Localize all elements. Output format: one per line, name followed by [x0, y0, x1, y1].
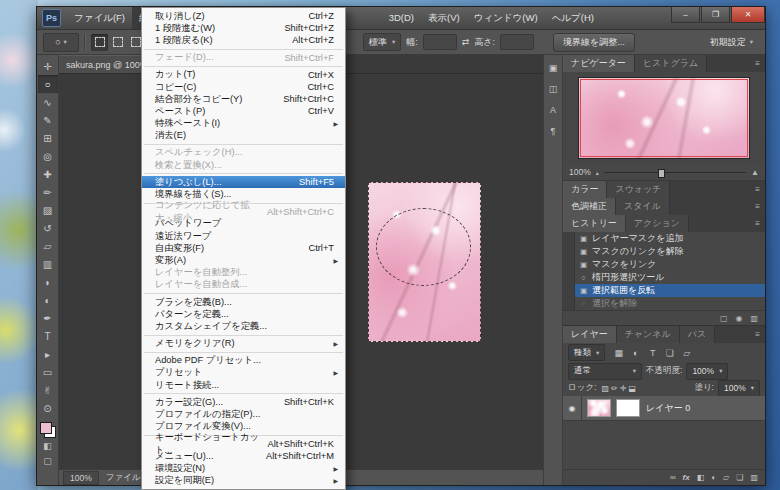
edit-menu-item[interactable]: 検索と置換(X)... — [142, 159, 345, 171]
screen-mode-button[interactable]: ▢ — [38, 453, 58, 468]
history-brush-source-well[interactable] — [563, 284, 575, 298]
panel-tab[interactable]: アクション — [626, 215, 689, 232]
foreground-color-swatch[interactable] — [40, 422, 52, 434]
pixel-layer-filter-icon[interactable]: ▦ — [612, 348, 625, 358]
type-tool[interactable]: T — [38, 327, 58, 345]
quick-selection-tool[interactable]: ✎ — [38, 111, 58, 129]
lock-all-icon[interactable]: ⬓ — [628, 384, 636, 393]
edit-menu-item[interactable]: 設定を同期(E)▶ — [142, 474, 345, 486]
delete-layer-icon[interactable]: ▥ — [750, 473, 758, 482]
navigator-thumbnail[interactable] — [578, 77, 750, 159]
layer-name[interactable]: レイヤー 0 — [646, 402, 690, 415]
navigator-view-box[interactable] — [580, 79, 748, 157]
history-brush-source-well[interactable] — [563, 232, 575, 246]
history-brush-tool[interactable]: ↺ — [38, 219, 58, 237]
layer-mask-icon[interactable]: ◧ — [697, 473, 705, 482]
height-input[interactable] — [500, 34, 534, 50]
close-button[interactable]: ✕ — [731, 7, 765, 23]
panel-tab[interactable]: チャンネル — [617, 326, 680, 343]
layer-effects-icon[interactable]: fx — [683, 473, 690, 482]
edit-menu-item[interactable]: ブラシを定義(B)... — [142, 296, 345, 308]
panel-menu-icon[interactable]: ≡ — [750, 198, 765, 215]
layer-visibility-toggle[interactable]: ◉ — [563, 396, 582, 420]
edit-menu-item[interactable]: 塗りつぶし(L)...Shift+F5 — [142, 176, 345, 188]
edit-menu-item[interactable]: 1 段階戻る(K)Alt+Ctrl+Z — [142, 34, 345, 46]
shape-layer-filter-icon[interactable]: ❏ — [663, 348, 676, 358]
edit-menu-item[interactable]: メモリをクリア(R)▶ — [142, 338, 345, 350]
history-state-row[interactable]: ▫選択を解除 — [563, 297, 765, 310]
history-state-row[interactable]: ▣選択範囲を反転 — [563, 284, 765, 297]
panel-menu-icon[interactable]: ≡ — [750, 55, 765, 72]
panel-tab[interactable]: パス — [680, 326, 715, 343]
zoom-tool[interactable]: ⊙ — [38, 399, 58, 417]
edit-menu-item[interactable]: Adobe PDF プリセット... — [142, 355, 345, 367]
edit-menu-item[interactable]: コンテンツに応じて拡大・縮小Alt+Shift+Ctrl+C — [142, 206, 345, 218]
panel-tab[interactable]: ナビゲーター — [563, 55, 635, 72]
edit-menu-item[interactable]: スペルチェック(H)... — [142, 147, 345, 159]
color-swatches[interactable] — [40, 422, 56, 438]
panel-tab[interactable]: スウォッチ — [607, 181, 670, 198]
add-to-selection-button[interactable] — [109, 34, 126, 51]
edit-menu-item[interactable]: 特殊ペースト(I)▶ — [142, 118, 345, 130]
layer-filter-dropdown[interactable]: 種類 ▾ — [568, 344, 605, 361]
menubar-item[interactable]: ファイル(F) — [67, 7, 132, 29]
panel-tab[interactable]: スタイル — [616, 198, 670, 215]
marquee-tool[interactable]: ○ — [38, 75, 58, 93]
history-state-row[interactable]: ▣マスクのリンクを解除 — [563, 245, 765, 258]
style-dropdown[interactable]: 標準 ▾ — [363, 33, 401, 51]
gradient-tool[interactable]: ▥ — [38, 255, 58, 273]
navigator-zoom-value[interactable]: 100% — [569, 167, 591, 177]
edit-menu-item[interactable]: レイヤーを自動合成... — [142, 279, 345, 291]
panel-menu-icon[interactable]: ≡ — [750, 215, 765, 232]
brush-tool[interactable]: ✏ — [38, 183, 58, 201]
blend-mode-dropdown[interactable]: 通常 ▾ — [568, 363, 642, 380]
layer-group-icon[interactable]: ▱ — [723, 473, 729, 482]
eraser-tool[interactable]: ▱ — [38, 237, 58, 255]
clone-source-panel-icon[interactable]: ▣ — [546, 61, 561, 75]
menubar-item[interactable]: 表示(V) — [421, 7, 467, 29]
lock-transparent-pixels-icon[interactable]: ▨ — [601, 384, 609, 393]
panel-menu-icon[interactable]: ≡ — [750, 326, 765, 343]
history-brush-source-well[interactable] — [563, 245, 575, 259]
edit-menu-item[interactable]: 1 段階進む(W)Shift+Ctrl+Z — [142, 22, 345, 34]
history-brush-source-well[interactable] — [563, 271, 575, 285]
edit-menu-item[interactable]: フェード(D)...Shift+Ctrl+F — [142, 52, 345, 64]
slider-handle[interactable] — [658, 169, 665, 178]
zoom-out-icon[interactable]: ▴ — [596, 169, 599, 176]
edit-menu-item[interactable]: カスタムシェイプを定義... — [142, 320, 345, 332]
hand-tool[interactable]: ✌ — [38, 381, 58, 399]
edit-menu-item[interactable]: 消去(E) — [142, 130, 345, 142]
edit-menu-item[interactable]: 遠近法ワープ — [142, 230, 345, 242]
path-selection-tool[interactable]: ▸ — [38, 345, 58, 363]
edit-menu-item[interactable]: キーボードショートカット...Alt+Shift+Ctrl+K — [142, 438, 345, 450]
edit-menu-item[interactable]: レイヤーを自動整列... — [142, 267, 345, 279]
lasso-tool[interactable]: ∿ — [38, 93, 58, 111]
navigator-zoom-slider[interactable] — [604, 172, 746, 173]
edit-menu-item[interactable]: プリセット▶ — [142, 367, 345, 379]
history-state-row[interactable]: ▣レイヤーマスクを追加 — [563, 232, 765, 245]
eyedropper-tool[interactable]: ◎ — [38, 147, 58, 165]
refine-edge-button[interactable]: 境界線を調整... — [553, 33, 635, 52]
character-panel-icon[interactable]: A — [546, 103, 561, 117]
panel-tab[interactable]: ヒストグラム — [635, 55, 707, 72]
edit-menu-item[interactable]: 自由変形(F)Ctrl+T — [142, 242, 345, 254]
swap-dimensions-icon[interactable]: ⇄ — [462, 37, 470, 47]
new-snapshot-icon[interactable]: ◉ — [735, 314, 742, 323]
lock-image-pixels-icon[interactable]: ✏ — [611, 384, 618, 393]
edit-menu-item[interactable]: 環境設定(N)▶ — [142, 462, 345, 474]
new-selection-button[interactable] — [91, 34, 108, 51]
type-layer-filter-icon[interactable]: T — [646, 348, 659, 358]
edit-menu-item[interactable]: リモート接続... — [142, 379, 345, 391]
panel-tab[interactable]: 色調補正 — [563, 198, 616, 215]
tool-preset-picker[interactable]: ○ ▾ — [43, 33, 79, 52]
zoom-in-icon[interactable]: ▲ — [751, 168, 759, 177]
panel-tab[interactable]: ヒストリー — [563, 215, 626, 232]
blur-tool[interactable]: ◗ — [38, 273, 58, 291]
quick-mask-button[interactable]: ◧ — [38, 438, 58, 453]
opacity-dropdown[interactable]: 100% ▾ — [686, 363, 728, 380]
layer-mask-thumbnail[interactable] — [616, 399, 640, 417]
clone-stamp-tool[interactable]: ▨ — [38, 201, 58, 219]
edit-menu-item[interactable]: コピー(C)Ctrl+C — [142, 81, 345, 93]
history-brush-source-well[interactable] — [563, 297, 575, 311]
fill-dropdown[interactable]: 100% ▾ — [718, 380, 760, 397]
